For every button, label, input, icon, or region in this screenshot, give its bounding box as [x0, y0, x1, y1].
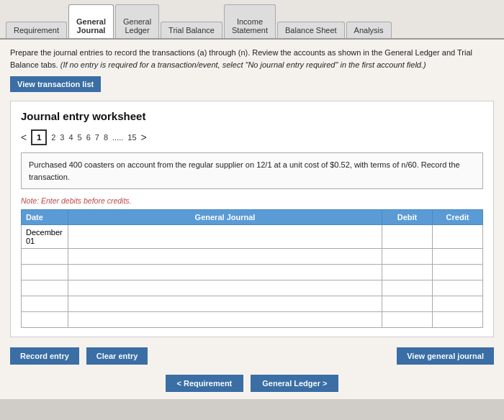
journal-cell-5[interactable] — [68, 296, 382, 312]
action-buttons: Record entry Clear entry View general jo… — [10, 347, 494, 365]
credit-input-5[interactable] — [437, 299, 478, 308]
debit-cell-1[interactable] — [382, 225, 433, 249]
page-6[interactable]: 6 — [86, 133, 91, 142]
main-content: Prepare the journal entries to record th… — [0, 40, 504, 399]
date-cell-4 — [22, 280, 68, 296]
debit-cell-6[interactable] — [382, 312, 433, 328]
date-cell-5 — [22, 296, 68, 312]
note-text: Note: Enter debits before credits. — [21, 196, 483, 205]
table-row — [22, 265, 483, 280]
tabs-bar: Requirement General Journal GeneralLedge… — [0, 0, 504, 40]
debit-input-4[interactable] — [387, 283, 428, 292]
worksheet-title: Journal entry worksheet — [21, 110, 483, 122]
page-8[interactable]: 8 — [104, 133, 108, 142]
col-header-date: Date — [22, 210, 68, 225]
table-row — [22, 296, 483, 312]
journal-cell-6[interactable] — [68, 312, 382, 328]
credit-cell-3[interactable] — [433, 265, 483, 280]
debit-cell-3[interactable] — [382, 265, 433, 280]
journal-input-5[interactable] — [73, 299, 377, 308]
table-row — [22, 312, 483, 328]
page-dots: ..... — [112, 133, 123, 142]
credit-input-6[interactable] — [437, 315, 478, 324]
page-2[interactable]: 2 — [51, 133, 55, 142]
col-header-debit: Debit — [382, 210, 433, 225]
debit-input-5[interactable] — [387, 299, 428, 308]
journal-cell-1[interactable] — [68, 225, 382, 249]
date-cell-6 — [22, 312, 68, 328]
journal-input-1[interactable] — [73, 228, 377, 237]
debit-input-1[interactable] — [387, 228, 428, 237]
bottom-nav: < Requirement General Ledger > — [10, 375, 494, 392]
page-7[interactable]: 7 — [95, 133, 99, 142]
date-cell-2 — [22, 249, 68, 265]
credit-input-4[interactable] — [437, 283, 478, 292]
credit-cell-4[interactable] — [433, 280, 483, 296]
col-header-credit: Credit — [433, 210, 483, 225]
journal-cell-4[interactable] — [68, 280, 382, 296]
table-row — [22, 280, 483, 296]
instruction-text: Prepare the journal entries to record th… — [10, 47, 494, 70]
tab-analysis[interactable]: Analysis — [346, 22, 392, 38]
credit-cell-2[interactable] — [433, 249, 483, 265]
debit-input-2[interactable] — [387, 252, 428, 260]
page-15[interactable]: 15 — [127, 133, 136, 142]
worksheet-card: Journal entry worksheet < 1 2 3 4 5 6 7 … — [10, 101, 494, 337]
journal-input-2[interactable] — [73, 252, 377, 260]
col-header-general-journal: General Journal — [68, 210, 382, 225]
page-3[interactable]: 3 — [60, 133, 64, 142]
view-transaction-button[interactable]: View transaction list — [10, 76, 101, 92]
prev-nav-button[interactable]: < Requirement — [166, 375, 244, 392]
credit-input-1[interactable] — [437, 228, 478, 237]
debit-input-3[interactable] — [387, 268, 428, 276]
tab-requirement[interactable]: Requirement — [6, 22, 67, 38]
page-5[interactable]: 5 — [78, 133, 82, 142]
pagination: < 1 2 3 4 5 6 7 8 ..... 15 > — [21, 129, 483, 145]
tab-trial-balance[interactable]: Trial Balance — [161, 22, 222, 38]
record-entry-button[interactable]: Record entry — [10, 347, 79, 365]
table-row: December01 — [22, 225, 483, 249]
transaction-description: Purchased 400 coasters on account from t… — [21, 152, 483, 189]
credit-cell-5[interactable] — [433, 296, 483, 312]
journal-input-4[interactable] — [73, 283, 377, 292]
credit-input-3[interactable] — [437, 268, 478, 276]
next-page-arrow[interactable]: > — [141, 132, 147, 143]
date-cell-3 — [22, 265, 68, 280]
journal-cell-3[interactable] — [68, 265, 382, 280]
debit-cell-2[interactable] — [382, 249, 433, 265]
debit-input-6[interactable] — [387, 315, 428, 324]
tab-general-journal[interactable]: General Journal — [68, 4, 114, 38]
table-row — [22, 249, 483, 265]
clear-entry-button[interactable]: Clear entry — [86, 347, 148, 365]
prev-page-arrow[interactable]: < — [21, 132, 27, 143]
journal-input-3[interactable] — [73, 268, 377, 276]
journal-table: Date General Journal Debit Credit Decemb… — [21, 209, 483, 328]
debit-cell-4[interactable] — [382, 280, 433, 296]
page-1[interactable]: 1 — [31, 129, 47, 145]
tab-income-statement[interactable]: IncomeStatement — [224, 4, 276, 38]
credit-input-2[interactable] — [437, 252, 478, 260]
page-4[interactable]: 4 — [68, 133, 73, 142]
tab-balance-sheet[interactable]: Balance Sheet — [277, 22, 345, 38]
credit-cell-6[interactable] — [433, 312, 483, 328]
tab-general-ledger[interactable]: GeneralLedger — [115, 4, 159, 38]
date-cell-1: December01 — [22, 225, 68, 249]
next-nav-button[interactable]: General Ledger > — [251, 375, 338, 392]
credit-cell-1[interactable] — [433, 225, 483, 249]
view-general-journal-button[interactable]: View general journal — [397, 347, 494, 365]
journal-input-6[interactable] — [73, 315, 377, 324]
journal-cell-2[interactable] — [68, 249, 382, 265]
debit-cell-5[interactable] — [382, 296, 433, 312]
